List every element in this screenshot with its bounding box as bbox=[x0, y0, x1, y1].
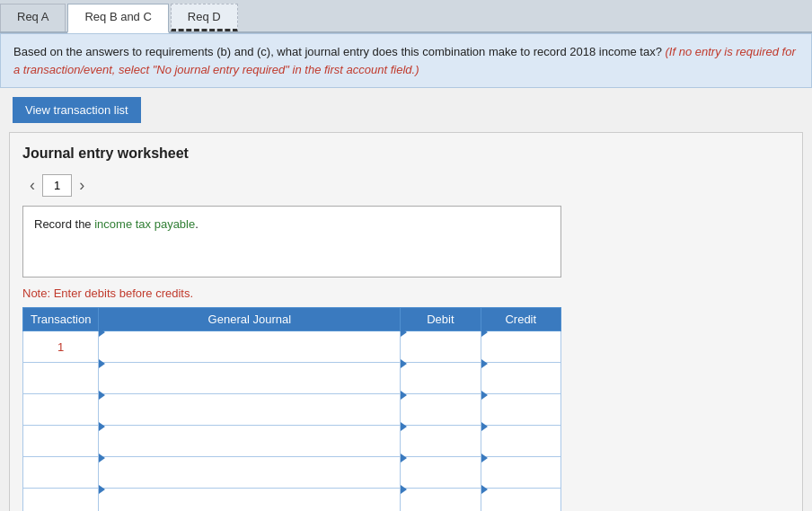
tri-indicator-credit-icon bbox=[481, 485, 488, 494]
debit-cell[interactable] bbox=[401, 331, 481, 363]
col-header-credit: Credit bbox=[481, 308, 560, 331]
general-journal-input[interactable] bbox=[99, 433, 400, 463]
record-description-box: Record the income tax payable. bbox=[22, 206, 561, 278]
credit-input[interactable] bbox=[481, 433, 560, 463]
col-header-general-journal: General Journal bbox=[99, 308, 401, 331]
tri-indicator-icon bbox=[99, 454, 105, 463]
tri-indicator-icon bbox=[99, 422, 105, 431]
debit-input[interactable] bbox=[401, 433, 480, 463]
debit-input[interactable] bbox=[401, 496, 480, 512]
tri-indicator-debit-icon bbox=[401, 485, 407, 494]
debit-input[interactable] bbox=[401, 339, 480, 369]
nav-row: ‹ 1 › bbox=[22, 174, 790, 197]
general-journal-cell[interactable] bbox=[99, 331, 401, 363]
worksheet-container: Journal entry worksheet ‹ 1 › Record the… bbox=[9, 132, 803, 511]
transaction-cell bbox=[23, 363, 99, 394]
tab-req-d[interactable]: Req D bbox=[171, 4, 238, 31]
instruction-box: Based on the answers to requirements (b)… bbox=[0, 33, 812, 88]
tri-indicator-debit-icon bbox=[401, 359, 407, 368]
tri-indicator-credit-icon bbox=[481, 422, 488, 431]
tab-req-a[interactable]: Req A bbox=[0, 4, 66, 31]
debit-input[interactable] bbox=[401, 401, 480, 432]
tri-indicator-icon bbox=[99, 359, 105, 368]
credit-cell[interactable] bbox=[481, 331, 560, 363]
tri-indicator-icon bbox=[99, 485, 105, 494]
tri-indicator-icon bbox=[99, 391, 105, 400]
credit-input[interactable] bbox=[481, 370, 560, 401]
tri-indicator-debit-icon bbox=[401, 422, 407, 431]
journal-table: Transaction General Journal Debit Credit… bbox=[22, 307, 561, 511]
general-journal-input[interactable] bbox=[99, 464, 400, 495]
col-header-transaction: Transaction bbox=[23, 308, 99, 331]
col-header-debit: Debit bbox=[401, 308, 481, 331]
tab-req-bc[interactable]: Req B and C bbox=[67, 4, 168, 33]
tri-indicator-credit-icon bbox=[481, 328, 488, 337]
transaction-cell bbox=[23, 457, 99, 489]
general-journal-input[interactable] bbox=[99, 339, 400, 369]
tri-indicator-icon bbox=[99, 328, 105, 337]
tabs-bar: Req A Req B and C Req D bbox=[0, 0, 812, 33]
transaction-cell: 1 bbox=[23, 331, 99, 363]
note-text: Note: Enter debits before credits. bbox=[22, 286, 790, 300]
transaction-cell bbox=[23, 489, 99, 512]
tri-indicator-credit-icon bbox=[481, 391, 488, 400]
view-transaction-button[interactable]: View transaction list bbox=[13, 97, 141, 123]
general-journal-input[interactable] bbox=[99, 370, 400, 401]
page-number: 1 bbox=[42, 174, 72, 197]
worksheet-title: Journal entry worksheet bbox=[22, 145, 790, 162]
credit-input[interactable] bbox=[481, 339, 560, 369]
credit-input[interactable] bbox=[481, 464, 560, 495]
transaction-cell bbox=[23, 426, 99, 457]
general-journal-input[interactable] bbox=[99, 496, 400, 512]
tri-indicator-debit-icon bbox=[401, 328, 407, 337]
tri-indicator-credit-icon bbox=[481, 359, 488, 368]
prev-arrow[interactable]: ‹ bbox=[22, 176, 42, 195]
tri-indicator-credit-icon bbox=[481, 454, 488, 463]
transaction-cell bbox=[23, 394, 99, 426]
tri-indicator-debit-icon bbox=[401, 391, 407, 400]
debit-input[interactable] bbox=[401, 464, 480, 495]
highlight-text: income tax payable bbox=[94, 217, 195, 231]
general-journal-input[interactable] bbox=[99, 401, 400, 432]
credit-input[interactable] bbox=[481, 496, 560, 512]
credit-input[interactable] bbox=[481, 401, 560, 432]
instruction-main-text: Based on the answers to requirements (b)… bbox=[13, 45, 662, 58]
next-arrow[interactable]: › bbox=[72, 176, 92, 195]
tri-indicator-debit-icon bbox=[401, 454, 407, 463]
debit-input[interactable] bbox=[401, 370, 480, 401]
